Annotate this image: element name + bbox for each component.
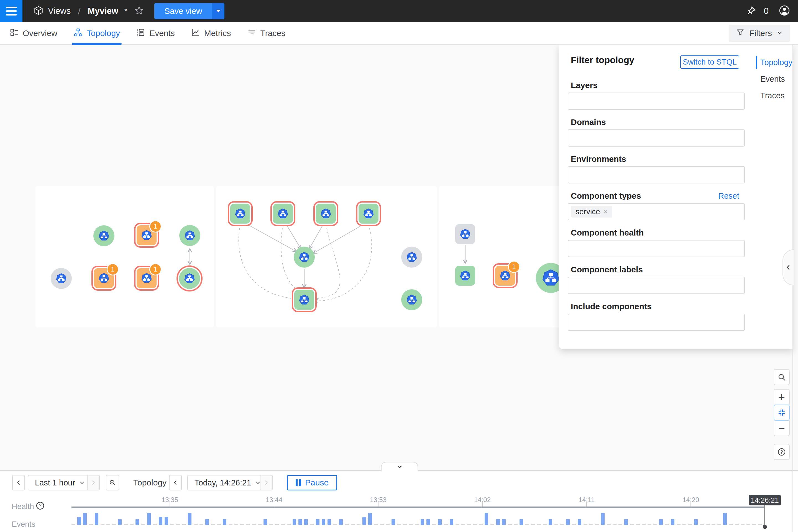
event-bar[interactable] xyxy=(299,519,302,525)
side-nav-item-traces[interactable]: Traces xyxy=(760,90,785,101)
event-bar[interactable] xyxy=(502,519,506,525)
topology-node-green[interactable] xyxy=(401,289,422,310)
event-bar[interactable] xyxy=(292,519,296,525)
search-topology-button[interactable] xyxy=(774,369,790,385)
field-input-component-labels[interactable] xyxy=(568,277,745,294)
help-button[interactable]: ? xyxy=(774,444,790,460)
event-bar[interactable] xyxy=(624,519,628,525)
current-time-line[interactable] xyxy=(764,506,765,527)
time-range-forward-button[interactable] xyxy=(87,475,100,491)
topology-node-orange-alert[interactable]: 1 xyxy=(92,266,116,291)
field-input-domains[interactable] xyxy=(568,129,745,147)
field-input-component-types[interactable]: service× xyxy=(568,203,745,220)
event-bar[interactable] xyxy=(601,513,605,525)
event-bar[interactable] xyxy=(368,513,372,525)
time-forward-button[interactable] xyxy=(260,475,273,491)
topology-node-green-alert[interactable] xyxy=(270,201,296,226)
field-input-include-components[interactable] xyxy=(568,314,745,331)
field-input-component-health[interactable] xyxy=(568,240,745,257)
side-nav-item-topology[interactable]: Topology xyxy=(760,57,793,68)
event-bar[interactable] xyxy=(496,519,500,525)
field-input-layers[interactable] xyxy=(568,93,745,110)
save-view-dropdown-arrow[interactable] xyxy=(212,3,225,19)
event-bar[interactable] xyxy=(165,517,168,525)
event-bar[interactable] xyxy=(450,519,453,525)
event-bar[interactable] xyxy=(118,519,122,525)
event-bar[interactable] xyxy=(549,519,552,525)
switch-to-stql-button[interactable]: Switch to STQL xyxy=(680,55,739,69)
topology-node-green-alert[interactable] xyxy=(228,201,253,226)
tab-topology[interactable]: Topology xyxy=(73,22,120,44)
event-bar[interactable] xyxy=(135,519,139,525)
topology-node-green-alert[interactable] xyxy=(292,287,317,312)
event-bar[interactable] xyxy=(362,517,366,525)
topology-node-orange-alert[interactable]: 1 xyxy=(493,263,518,288)
topology-node-gray[interactable] xyxy=(455,224,475,244)
event-bar[interactable] xyxy=(484,513,488,525)
time-range-dropdown[interactable]: Last 1 hour xyxy=(28,475,92,491)
event-bar[interactable] xyxy=(339,519,343,525)
event-bar[interactable] xyxy=(327,519,331,525)
event-bar[interactable] xyxy=(188,513,191,525)
event-bar[interactable] xyxy=(304,519,308,525)
current-time-dot[interactable] xyxy=(763,525,767,529)
topology-node-green[interactable] xyxy=(179,225,200,246)
field-input-environments[interactable] xyxy=(568,166,745,184)
event-bar[interactable] xyxy=(578,519,581,525)
event-bar[interactable] xyxy=(316,519,320,525)
event-bar[interactable] xyxy=(147,513,151,525)
topology-node-orange-alert[interactable]: 1 xyxy=(134,266,159,291)
event-bar[interactable] xyxy=(264,519,267,525)
tab-traces[interactable]: Traces xyxy=(247,22,286,44)
star-icon[interactable] xyxy=(134,5,144,17)
event-bar[interactable] xyxy=(83,513,87,525)
topology-node-green-alert[interactable] xyxy=(176,265,203,291)
event-bar[interactable] xyxy=(723,513,727,525)
event-bar[interactable] xyxy=(421,519,424,525)
event-bar[interactable] xyxy=(694,519,698,525)
timeline-zoom-out-button[interactable] xyxy=(106,475,119,491)
event-bar[interactable] xyxy=(659,519,663,525)
zoom-out-button[interactable]: − xyxy=(774,420,790,436)
event-bar[interactable] xyxy=(671,519,674,525)
hamburger-menu-icon[interactable] xyxy=(0,0,22,22)
tab-events[interactable]: Events xyxy=(136,22,175,44)
topology-node-gray[interactable] xyxy=(401,247,422,268)
health-help-icon[interactable]: ? xyxy=(36,501,45,512)
pause-button[interactable]: Pause xyxy=(287,475,337,491)
event-bar[interactable] xyxy=(95,513,98,525)
event-bar[interactable] xyxy=(223,519,226,525)
event-bar[interactable] xyxy=(566,519,570,525)
time-range-back-button[interactable] xyxy=(12,475,25,491)
health-state-stripe[interactable] xyxy=(72,507,764,508)
event-bar[interactable] xyxy=(159,517,163,525)
tab-overview[interactable]: Overview xyxy=(10,22,57,44)
topology-node-orange-alert[interactable]: 1 xyxy=(134,223,159,248)
event-bar[interactable] xyxy=(426,519,430,525)
topology-node-green-alert[interactable] xyxy=(356,201,381,226)
pin-icon[interactable] xyxy=(746,5,757,17)
tab-metrics[interactable]: Metrics xyxy=(191,22,231,44)
avatar-icon[interactable] xyxy=(779,5,790,17)
filters-button[interactable]: Filters xyxy=(729,25,790,42)
topology-node-green[interactable] xyxy=(455,266,475,286)
save-view-button[interactable]: Save view xyxy=(154,3,212,19)
topology-node-green-alert[interactable] xyxy=(314,201,338,226)
event-bar[interactable] xyxy=(322,519,325,525)
event-bar[interactable] xyxy=(205,519,209,525)
event-bar[interactable] xyxy=(438,519,442,525)
breadcrumb-views[interactable]: Views xyxy=(48,6,71,16)
reset-link[interactable]: Reset xyxy=(718,191,739,201)
topology-node-green[interactable] xyxy=(294,247,315,268)
side-nav-item-events[interactable]: Events xyxy=(760,73,785,84)
event-bar[interactable] xyxy=(77,517,81,525)
topology-node-gray[interactable] xyxy=(51,268,72,289)
topology-node-green[interactable] xyxy=(93,225,114,246)
chip-remove-icon[interactable]: × xyxy=(604,208,608,216)
collapse-panel-handle[interactable] xyxy=(782,249,794,285)
event-bar[interactable] xyxy=(392,519,395,525)
event-bar[interactable] xyxy=(519,519,523,525)
time-back-button[interactable] xyxy=(169,475,182,491)
fit-to-screen-button[interactable] xyxy=(774,404,790,421)
collapse-timeline-handle[interactable] xyxy=(381,462,418,471)
